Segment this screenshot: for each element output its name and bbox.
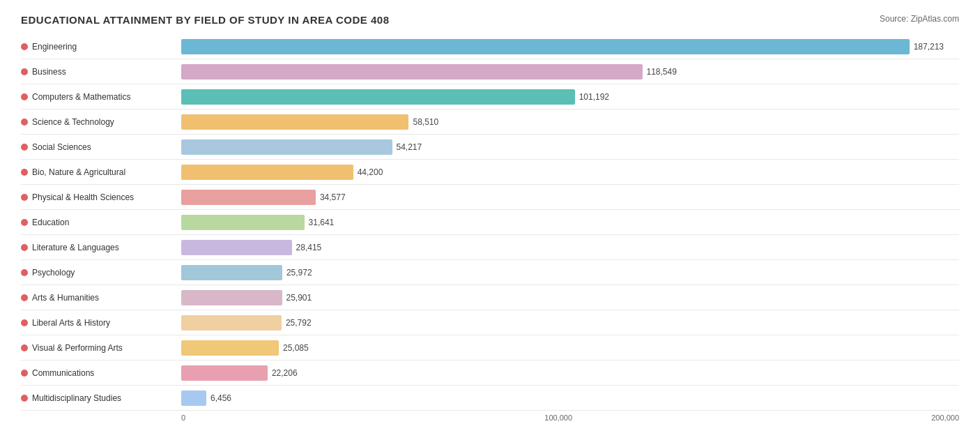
bar-track: 25,792 (181, 315, 959, 331)
bar-label: Arts & Humanities (21, 293, 181, 303)
bar-label: Communications (21, 368, 181, 378)
x-axis-label: 200,000 (931, 414, 959, 422)
x-axis-label: 0 (181, 414, 185, 422)
label-dot (21, 68, 28, 75)
bar-row: Physical & Health Sciences 34,577 (21, 185, 959, 210)
bar-label: Bio, Nature & Agricultural (21, 167, 181, 177)
bar-value: 58,510 (413, 117, 438, 127)
label-dot (21, 344, 28, 351)
bar-row: Visual & Performing Arts 25,085 (21, 335, 959, 361)
bar-fill (181, 265, 282, 280)
bar-value: 54,217 (397, 142, 422, 152)
x-axis-labels: 0100,000200,000 (181, 414, 959, 422)
bar-row: Communications 22,206 (21, 361, 959, 386)
label-dot (21, 269, 28, 276)
bar-value: 101,192 (579, 92, 609, 102)
bar-value: 44,200 (358, 167, 383, 177)
field-name: Communications (32, 368, 94, 378)
bar-row: Education 31,641 (21, 210, 959, 235)
field-name: Arts & Humanities (32, 293, 99, 303)
bar-fill (181, 190, 316, 205)
field-name: Literature & Languages (32, 243, 119, 252)
field-name: Computers & Mathematics (32, 92, 130, 102)
bar-fill (181, 89, 575, 105)
bar-value: 6,456 (210, 393, 231, 403)
field-name: Psychology (32, 268, 75, 278)
bar-track: 31,641 (181, 215, 959, 230)
bar-fill (181, 390, 206, 406)
bar-value: 34,577 (320, 192, 346, 202)
label-dot (21, 244, 28, 251)
bar-value: 25,085 (283, 343, 309, 353)
label-dot (21, 169, 28, 176)
field-name: Physical & Health Sciences (32, 192, 134, 202)
bar-track: 118,549 (181, 64, 959, 79)
chart-title: EDUCATIONAL ATTAINMENT BY FIELD OF STUDY… (21, 14, 390, 26)
field-name: Education (32, 218, 69, 227)
bar-fill (181, 215, 305, 230)
bar-label: Psychology (21, 268, 181, 278)
label-dot (21, 319, 28, 326)
field-name: Bio, Nature & Agricultural (32, 167, 125, 177)
bar-label: Liberal Arts & History (21, 318, 181, 328)
bar-label: Business (21, 67, 181, 77)
bar-label: Engineering (21, 42, 181, 52)
field-name: Multidisciplinary Studies (32, 393, 121, 403)
bar-track: 25,972 (181, 265, 959, 280)
field-name: Engineering (32, 42, 77, 52)
source-label: Source: ZipAtlas.com (880, 14, 959, 24)
bar-row: Liberal Arts & History 25,792 (21, 310, 959, 335)
bar-value: 187,213 (914, 42, 944, 52)
bar-fill (181, 165, 353, 180)
bar-track: 6,456 (181, 390, 959, 406)
field-name: Social Sciences (32, 142, 91, 152)
field-name: Business (32, 67, 66, 77)
bar-fill (181, 340, 279, 356)
label-dot (21, 294, 28, 301)
bar-track: 22,206 (181, 365, 959, 381)
header-row: EDUCATIONAL ATTAINMENT BY FIELD OF STUDY… (21, 14, 959, 26)
bar-label: Science & Technology (21, 117, 181, 127)
label-dot (21, 93, 28, 100)
label-dot (21, 395, 28, 402)
bar-row: Computers & Mathematics 101,192 (21, 84, 959, 109)
bar-label: Multidisciplinary Studies (21, 393, 181, 403)
bar-row: Engineering 187,213 (21, 34, 959, 59)
bar-value: 118,549 (647, 67, 677, 77)
bar-fill (181, 139, 392, 155)
label-dot (21, 370, 28, 377)
bar-fill (181, 315, 282, 331)
bar-fill (181, 365, 268, 381)
chart-area: Engineering 187,213 Business 118,549 Com… (21, 34, 959, 411)
bar-track: 25,901 (181, 290, 959, 305)
bar-label: Physical & Health Sciences (21, 192, 181, 202)
bar-label: Literature & Languages (21, 243, 181, 252)
bar-value: 31,641 (309, 218, 335, 227)
bar-fill (181, 39, 910, 54)
bar-track: 44,200 (181, 165, 959, 180)
bar-row: Business 118,549 (21, 59, 959, 84)
label-dot (21, 219, 28, 226)
bar-fill (181, 240, 292, 255)
bar-value: 25,901 (286, 293, 312, 303)
main-container: EDUCATIONAL ATTAINMENT BY FIELD OF STUDY… (0, 0, 980, 440)
label-dot (21, 43, 28, 50)
bar-row: Bio, Nature & Agricultural 44,200 (21, 160, 959, 185)
bar-value: 28,415 (296, 243, 322, 252)
field-name: Science & Technology (32, 117, 114, 127)
bar-value: 25,972 (286, 268, 312, 278)
bar-label: Computers & Mathematics (21, 92, 181, 102)
bar-label: Social Sciences (21, 142, 181, 152)
bar-label: Visual & Performing Arts (21, 343, 181, 353)
label-dot (21, 194, 28, 201)
label-dot (21, 119, 28, 126)
bar-label: Education (21, 218, 181, 227)
bar-row: Literature & Languages 28,415 (21, 235, 959, 260)
bar-track: 187,213 (181, 39, 959, 54)
bar-fill (181, 290, 282, 305)
bar-row: Social Sciences 54,217 (21, 135, 959, 160)
field-name: Liberal Arts & History (32, 318, 110, 328)
bar-row: Psychology 25,972 (21, 260, 959, 285)
bar-track: 34,577 (181, 190, 959, 205)
x-axis-label: 100,000 (544, 414, 572, 422)
